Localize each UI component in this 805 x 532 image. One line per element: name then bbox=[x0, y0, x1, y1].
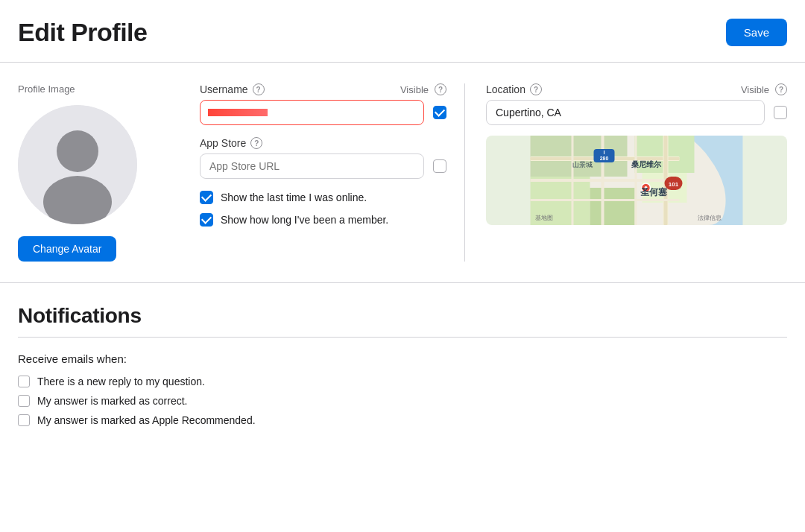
location-label: Location bbox=[486, 83, 525, 95]
svg-text:山景城: 山景城 bbox=[572, 161, 593, 168]
page-header: Edit Profile Save bbox=[0, 0, 805, 63]
location-visible-checkbox[interactable] bbox=[774, 106, 787, 119]
location-input-row bbox=[486, 100, 787, 125]
page-title: Edit Profile bbox=[18, 18, 147, 47]
username-help-icon[interactable]: ? bbox=[253, 83, 265, 95]
notif-recommended-label: My answer is marked as Apple Recommended… bbox=[37, 414, 256, 426]
notif-correct-label: My answer is marked as correct. bbox=[37, 395, 188, 407]
notifications-section: Notifications Receive emails when: There… bbox=[0, 283, 805, 449]
notif-recommended-checkbox[interactable] bbox=[18, 414, 30, 426]
svg-text:桑尼维尔: 桑尼维尔 bbox=[631, 160, 662, 168]
show-member-row: Show how long I've been a member. bbox=[200, 213, 446, 227]
notif-reply-row: There is a new reply to my question. bbox=[18, 376, 787, 387]
username-input[interactable] bbox=[200, 100, 424, 125]
svg-rect-18 bbox=[572, 136, 574, 225]
avatar bbox=[18, 105, 137, 224]
show-member-checkbox[interactable] bbox=[200, 213, 213, 227]
save-button[interactable]: Save bbox=[726, 19, 787, 46]
location-visible-label: Visible bbox=[741, 84, 772, 95]
notif-reply-label: There is a new reply to my question. bbox=[37, 376, 205, 387]
show-member-label: Show how long I've been a member. bbox=[221, 214, 388, 226]
notifications-divider bbox=[18, 337, 787, 338]
username-label: Username bbox=[200, 83, 248, 95]
svg-rect-14 bbox=[531, 179, 665, 182]
svg-text:I: I bbox=[604, 150, 605, 155]
svg-rect-15 bbox=[531, 199, 680, 201]
notif-recommended-row: My answer is marked as Apple Recommended… bbox=[18, 414, 787, 426]
notif-reply-checkbox[interactable] bbox=[18, 376, 30, 387]
svg-text:圣何塞: 圣何塞 bbox=[640, 187, 668, 197]
show-online-checkbox[interactable] bbox=[200, 191, 213, 204]
app-store-input[interactable] bbox=[200, 153, 424, 179]
map-svg: I 280 101 桑尼维尔 山景城 圣何塞 基地图 法律信息 bbox=[486, 136, 787, 225]
notif-correct-checkbox[interactable] bbox=[18, 395, 30, 407]
avatar-svg bbox=[18, 105, 137, 224]
username-input-row bbox=[200, 100, 446, 125]
svg-text:法律信息: 法律信息 bbox=[698, 215, 722, 221]
location-input[interactable] bbox=[486, 100, 765, 125]
location-map: I 280 101 桑尼维尔 山景城 圣何塞 基地图 法律信息 bbox=[486, 136, 787, 225]
show-online-row: Show the last time I was online. bbox=[200, 191, 446, 204]
notif-correct-row: My answer is marked as correct. bbox=[18, 395, 787, 407]
location-help-icon[interactable]: ? bbox=[530, 83, 542, 95]
svg-text:基地图: 基地图 bbox=[535, 215, 553, 221]
show-online-label: Show the last time I was online. bbox=[221, 191, 367, 203]
location-column: Location ? Visible ? bbox=[465, 83, 787, 262]
username-visible-label: Visible bbox=[400, 84, 432, 95]
notifications-title: Notifications bbox=[18, 304, 787, 328]
app-store-help-icon[interactable]: ? bbox=[250, 137, 262, 149]
username-visible-checkbox[interactable] bbox=[433, 106, 446, 119]
svg-rect-7 bbox=[590, 188, 635, 225]
profile-section: Profile Image Change Avatar Username ? V… bbox=[0, 63, 805, 283]
change-avatar-button[interactable]: Change Avatar bbox=[18, 236, 116, 262]
username-appstore-column: Username ? Visible ? App Store ? Show th… bbox=[182, 83, 465, 262]
svg-text:280: 280 bbox=[600, 156, 609, 161]
svg-rect-17 bbox=[635, 136, 637, 225]
svg-point-1 bbox=[57, 130, 98, 172]
app-store-input-row bbox=[200, 153, 446, 179]
app-store-visible-checkbox[interactable] bbox=[433, 159, 446, 173]
location-visible-help-icon[interactable]: ? bbox=[775, 83, 787, 95]
app-store-label: App Store bbox=[200, 137, 246, 149]
receive-emails-label: Receive emails when: bbox=[18, 352, 787, 365]
profile-image-label: Profile Image bbox=[18, 83, 75, 95]
username-visible-help-icon[interactable]: ? bbox=[435, 83, 446, 95]
svg-text:101: 101 bbox=[669, 181, 679, 188]
profile-image-column: Profile Image Change Avatar bbox=[18, 83, 182, 262]
